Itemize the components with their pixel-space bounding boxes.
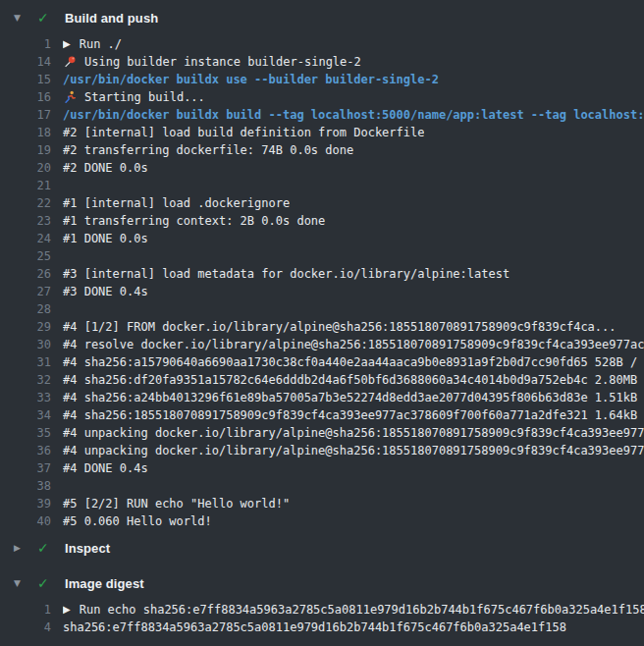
log-text: #4 sha256:df20fa9351a15782c64e6dddb2d4a6… [63,371,644,389]
line-number[interactable]: 14 [0,53,51,71]
pushpin-icon [63,55,77,69]
log-text: /usr/bin/docker buildx use --builder bui… [63,71,439,88]
log-text: #1 transferring context: 2B 0.0s done [63,212,325,230]
line-number[interactable]: 17 [0,106,51,124]
log-text-content: #4 resolve docker.io/library/alpine@sha2… [63,336,644,353]
log-text: sha256:e7ff8834a5963a2785c5a0811e979d16b… [63,619,566,636]
line-number[interactable]: 39 [0,495,51,512]
log-line: 18 #2 [internal] load build definition f… [0,124,644,141]
log-line: 19 #2 transferring dockerfile: 74B 0.0s … [0,141,644,159]
log-line: 21 [0,177,644,194]
line-number[interactable]: 29 [0,318,51,336]
log-line: 1 ▶Run echo sha256:e7ff8834a5963a2785c5a… [0,601,644,619]
log-text: Using builder instance builder-single-2 [63,53,361,71]
log-text-content: sha256:e7ff8834a5963a2785c5a0811e979d16b… [63,619,566,636]
log-section-image-digest: ▼ ✓ Image digest 1 ▶Run echo sha256:e7ff… [0,565,644,636]
log-text-content: #1 DONE 0.0s [63,230,148,247]
chevron-down-icon: ▼ [14,578,29,588]
log-text: #4 DONE 0.4s [63,459,148,477]
section-header-inspect[interactable]: ▶ ✓ Inspect [0,530,644,565]
line-number[interactable]: 16 [0,88,51,106]
log-line: 38 [0,477,644,495]
line-number[interactable]: 4 [0,619,51,636]
log-text-content: Run ./ [80,35,122,53]
line-number[interactable]: 26 [0,265,51,283]
section-title: Build and push [65,11,158,26]
line-number[interactable]: 40 [0,512,51,530]
log-text: #3 DONE 0.4s [63,283,148,300]
line-number[interactable]: 25 [0,247,51,265]
log-text-content: #4 unpacking docker.io/library/alpine@sh… [63,424,644,442]
line-number[interactable]: 33 [0,389,51,406]
log-text-content: Using builder instance builder-single-2 [84,53,361,71]
section-log-lines: 1 ▶Run echo sha256:e7ff8834a5963a2785c5a… [0,601,644,636]
log-text: ▶Run ./ [63,35,122,53]
line-number[interactable]: 30 [0,336,51,353]
play-icon[interactable]: ▶ [63,601,71,619]
log-text: #5 [2/2] RUN echo "Hello world!" [63,495,290,512]
line-number[interactable]: 18 [0,124,51,141]
log-text-content: #5 0.060 Hello world! [63,512,212,530]
log-text-content: /usr/bin/docker buildx build --tag local… [63,106,644,124]
play-icon[interactable]: ▶ [63,35,71,53]
check-icon: ✓ [37,10,55,26]
log-line: 34 #4 sha256:185518070891758909c9f839cf4… [0,406,644,424]
log-text-content: Starting build... [84,88,205,106]
log-line: 24 #1 DONE 0.0s [0,230,644,247]
chevron-right-icon: ▶ [14,543,29,553]
line-number[interactable]: 34 [0,406,51,424]
line-number[interactable]: 27 [0,283,51,300]
line-number[interactable]: 37 [0,459,51,477]
line-number[interactable]: 24 [0,230,51,247]
log-text-content: #4 unpacking docker.io/library/alpine@sh… [63,442,644,459]
chevron-down-icon: ▼ [14,13,29,23]
log-line: 20 #2 DONE 0.0s [0,159,644,177]
log-line: 4 sha256:e7ff8834a5963a2785c5a0811e979d1… [0,619,644,636]
log-text-content: #2 transferring dockerfile: 74B 0.0s don… [63,141,353,159]
log-line: 37 #4 DONE 0.4s [0,459,644,477]
log-line: 33 #4 sha256:a24bb4013296f61e89ba57005a7… [0,389,644,406]
log-text: /usr/bin/docker buildx build --tag local… [63,106,644,124]
log-line: 1 ▶Run ./ [0,35,644,53]
line-number[interactable]: 31 [0,353,51,371]
line-number[interactable]: 22 [0,194,51,212]
line-number[interactable]: 36 [0,442,51,459]
log-line: 17 /usr/bin/docker buildx build --tag lo… [0,106,644,124]
line-number[interactable]: 38 [0,477,51,495]
line-number[interactable]: 19 [0,141,51,159]
log-text: #4 sha256:a15790640a6690aa1730c38cf0a440… [63,353,644,371]
log-text-content: Run echo sha256:e7ff8834a5963a2785c5a081… [80,601,644,619]
log-line: 28 [0,300,644,318]
log-text-content: #4 DONE 0.4s [63,459,148,477]
log-text: #2 DONE 0.0s [63,159,148,177]
log-text-content: #5 [2/2] RUN echo "Hello world!" [63,495,290,512]
log-text-content: #3 [internal] load metadata for docker.i… [63,265,510,283]
log-text: #2 [internal] load build definition from… [63,124,424,141]
log-section-inspect: ▶ ✓ Inspect [0,530,644,565]
log-text: ▶Run echo sha256:e7ff8834a5963a2785c5a08… [63,601,644,619]
line-number[interactable]: 1 [0,601,51,619]
line-number[interactable]: 15 [0,71,51,88]
line-number[interactable]: 1 [0,35,51,53]
line-number[interactable]: 23 [0,212,51,230]
log-line: 23 #1 transferring context: 2B 0.0s done [0,212,644,230]
line-number[interactable]: 20 [0,159,51,177]
log-text: #4 unpacking docker.io/library/alpine@sh… [63,442,644,459]
line-number[interactable]: 35 [0,424,51,442]
log-text-content: #4 sha256:df20fa9351a15782c64e6dddb2d4a6… [63,371,644,389]
log-line: 29 #4 [1/2] FROM docker.io/library/alpin… [0,318,644,336]
section-header-image-digest[interactable]: ▼ ✓ Image digest [0,565,644,601]
log-text-content: #4 [1/2] FROM docker.io/library/alpine@s… [63,318,617,336]
log-line: 39 #5 [2/2] RUN echo "Hello world!" [0,495,644,512]
log-text-content: #4 sha256:185518070891758909c9f839cf4ca3… [63,406,644,424]
log-section-build-and-push: ▼ ✓ Build and push 1 ▶Run ./ 14 Using bu… [0,0,644,530]
log-line: 31 #4 sha256:a15790640a6690aa1730c38cf0a… [0,353,644,371]
log-line: 35 #4 unpacking docker.io/library/alpine… [0,424,644,442]
line-number[interactable]: 21 [0,177,51,194]
check-icon: ✓ [37,575,55,591]
line-number[interactable]: 32 [0,371,51,389]
log-text: #4 sha256:185518070891758909c9f839cf4ca3… [63,406,644,424]
section-header-build-and-push[interactable]: ▼ ✓ Build and push [0,0,644,35]
line-number[interactable]: 28 [0,300,51,318]
log-text: #4 unpacking docker.io/library/alpine@sh… [63,424,644,442]
